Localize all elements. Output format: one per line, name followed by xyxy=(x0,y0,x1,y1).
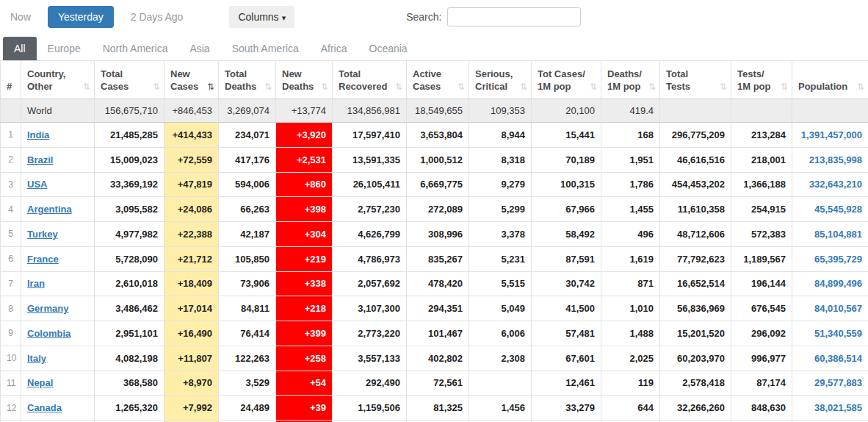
country-link[interactable]: USA xyxy=(27,179,47,190)
rank-cell: 2 xyxy=(1,147,21,172)
tab-south-america[interactable]: South America xyxy=(221,37,310,60)
tests-1m-cell: 996,977 xyxy=(731,346,792,371)
tab-north-america[interactable]: North America xyxy=(92,37,179,60)
population-cell[interactable]: 38,021,585 xyxy=(792,396,868,421)
tab-asia[interactable]: Asia xyxy=(178,37,220,60)
new-cases-cell: +16,490 xyxy=(164,321,219,346)
serious-critical-cell: 2,308 xyxy=(469,346,532,371)
column-header-total_recovered[interactable]: TotalRecovered⇅ xyxy=(333,61,407,99)
sort-icon: ⇅ xyxy=(590,81,597,93)
covid-stats-page: Now Yesterday 2 Days Ago Columns▾ Search… xyxy=(0,0,868,422)
now-link[interactable]: Now xyxy=(10,11,31,23)
tot-cases-1m-cell: 33,279 xyxy=(532,396,601,421)
search-input[interactable] xyxy=(447,7,581,26)
column-header-total_cases[interactable]: TotalCases⇅ xyxy=(95,61,164,99)
column-header-deaths_1m[interactable]: Deaths/1M pop⇅ xyxy=(601,61,660,99)
population-cell[interactable]: 84,010,567 xyxy=(792,296,868,321)
rank-cell: 11 xyxy=(1,371,21,396)
country-link[interactable]: Turkey xyxy=(27,229,58,240)
population-cell[interactable]: 65,395,729 xyxy=(792,246,868,271)
country-row: 7Iran2,610,018+18,40973,906+3382,057,692… xyxy=(1,271,868,296)
country-cell: USA xyxy=(21,172,95,197)
deaths-1m-cell: 1,951 xyxy=(601,147,660,172)
rank-cell: 3 xyxy=(1,172,21,197)
total-tests-cell xyxy=(660,99,731,123)
population-cell[interactable]: 1,391,457,000 xyxy=(792,123,868,148)
column-header-country[interactable]: Country,Other⇅ xyxy=(21,61,95,99)
country-link[interactable]: Germany xyxy=(27,303,68,314)
population-cell[interactable]: 84,899,496 xyxy=(792,271,868,296)
country-link[interactable]: Brazil xyxy=(27,154,53,165)
deaths-1m-cell: 1,455 xyxy=(601,197,660,222)
active-cases-cell: 81,325 xyxy=(407,396,469,421)
deaths-1m-cell: 119 xyxy=(601,371,660,396)
sort-icon: ⇅ xyxy=(321,81,328,93)
column-header-total_tests[interactable]: TotalTests⇅ xyxy=(660,61,731,99)
tab-all[interactable]: All xyxy=(3,37,37,60)
country-link[interactable]: Iran xyxy=(27,278,45,289)
column-header-active_cases[interactable]: ActiveCases⇅ xyxy=(407,61,469,99)
population-cell[interactable]: 60,386,514 xyxy=(792,346,868,371)
country-link[interactable]: Italy xyxy=(27,353,46,364)
country-row: 1India21,485,285+414,433234,071+3,92017,… xyxy=(1,123,868,148)
total-tests-cell: 32,266,260 xyxy=(660,396,731,421)
column-header-serious_critical[interactable]: Serious,Critical⇅ xyxy=(469,61,532,99)
two-days-ago-link[interactable]: 2 Days Ago xyxy=(131,11,184,23)
column-header-new_deaths[interactable]: NewDeaths⇅ xyxy=(276,61,333,99)
yesterday-button[interactable]: Yesterday xyxy=(48,6,114,28)
country-link[interactable]: Colombia xyxy=(27,328,70,339)
new-deaths-cell: +39 xyxy=(276,396,333,421)
country-row: 4Argentina3,095,582+24,08666,263+3982,75… xyxy=(1,197,868,222)
total-cases-cell: 15,009,023 xyxy=(95,147,164,172)
rank-cell xyxy=(1,99,21,123)
tot-cases-1m-cell: 58,492 xyxy=(532,222,601,247)
population-cell[interactable]: 29,577,883 xyxy=(792,371,868,396)
total-deaths-cell: 73,906 xyxy=(219,271,276,296)
sort-icon: ⇅ xyxy=(153,81,160,93)
column-header-label: Deaths/1M pop xyxy=(607,68,646,93)
country-cell: Nepal xyxy=(21,371,95,396)
tests-1m-cell: 572,383 xyxy=(731,222,792,247)
country-link[interactable]: France xyxy=(27,254,59,265)
columns-button[interactable]: Columns▾ xyxy=(229,6,294,28)
tot-cases-1m-cell: 67,601 xyxy=(532,346,601,371)
tests-1m-cell: 218,001 xyxy=(731,147,792,172)
population-cell[interactable]: 45,545,928 xyxy=(792,197,868,222)
population-cell[interactable]: 51,340,559 xyxy=(792,321,868,346)
total-recovered-cell: 17,597,410 xyxy=(333,123,407,148)
column-header-tot_cases_1m[interactable]: Tot Cases/1M pop⇅ xyxy=(532,61,601,99)
new-deaths-cell: +399 xyxy=(276,321,333,346)
tab-africa[interactable]: Africa xyxy=(310,37,358,60)
population-cell[interactable]: 332,643,210 xyxy=(792,172,868,197)
tests-1m-cell xyxy=(731,99,792,123)
tot-cases-1m-cell: 30,742 xyxy=(532,271,601,296)
total-tests-cell: 60,203,970 xyxy=(660,346,731,371)
tot-cases-1m-cell: 15,441 xyxy=(532,123,601,148)
new-cases-cell: +8,970 xyxy=(164,371,219,396)
total-tests-cell: 296,775,209 xyxy=(660,123,731,148)
column-header-new_cases[interactable]: NewCases⇅ xyxy=(164,61,219,99)
country-link[interactable]: India xyxy=(27,129,49,140)
tests-1m-cell: 1,366,188 xyxy=(731,172,792,197)
population-cell[interactable]: 85,104,881 xyxy=(792,222,868,247)
tests-1m-cell: 196,144 xyxy=(731,271,792,296)
population-cell[interactable]: 213,835,998 xyxy=(792,147,868,172)
column-header-population[interactable]: Population⇅ xyxy=(792,61,868,99)
tab-oceania[interactable]: Oceania xyxy=(358,37,419,60)
country-link[interactable]: Nepal xyxy=(27,377,53,388)
country-link[interactable]: Argentina xyxy=(27,204,72,215)
tab-europe[interactable]: Europe xyxy=(37,37,92,60)
total-recovered-cell: 134,856,981 xyxy=(333,99,407,123)
column-header-label: NewDeaths xyxy=(282,68,319,93)
country-row: 8Germany3,486,462+17,01484,811+2183,107,… xyxy=(1,296,868,321)
rank-cell: 1 xyxy=(1,123,21,148)
deaths-1m-cell: 496 xyxy=(601,222,660,247)
tests-1m-cell: 1,189,567 xyxy=(731,246,792,271)
total-cases-cell: 4,977,982 xyxy=(95,222,164,247)
new-cases-cell: +11,807 xyxy=(164,346,219,371)
column-header-tests_1m[interactable]: Tests/1M pop⇅ xyxy=(731,61,792,99)
country-link[interactable]: Canada xyxy=(27,402,62,413)
new-cases-cell: +17,014 xyxy=(164,296,219,321)
column-header-total_deaths[interactable]: TotalDeaths⇅ xyxy=(219,61,276,99)
continent-tabs: AllEuropeNorth AmericaAsiaSouth AmericaA… xyxy=(0,34,868,60)
